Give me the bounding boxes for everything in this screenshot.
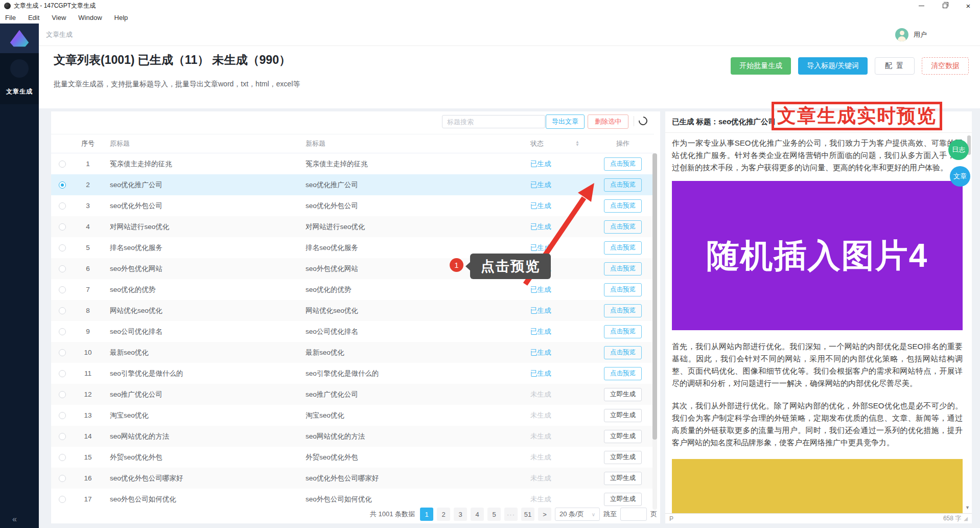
row-radio[interactable] [59,433,66,440]
app-window: 文章生成 - 147CGPT文章生成 × File Edit View Wind… [0,0,980,528]
row-radio[interactable] [59,202,66,210]
table-row[interactable]: 7seo优化的优势seo优化的优势已生成点击预览 [51,279,654,300]
row-radio[interactable] [59,328,66,335]
row-radio[interactable] [59,370,66,377]
page-subtitle: 批量文章生成器，支持批量标题导入，批量导出文章word，txt，html，exc… [54,80,300,89]
menu-help[interactable]: Help [114,14,128,21]
menu-view[interactable]: View [52,14,66,21]
page-button-2[interactable]: 2 [437,508,450,521]
sidebar-collapse-icon[interactable]: « [12,515,17,524]
table-row[interactable]: 6seo外包优化网站seo外包优化网站已生成点击预览 [51,258,654,279]
generate-now-button[interactable]: 立即生成 [604,409,642,422]
page-header: 文章列表(1001) 已生成（11） 未生成（990） 批量文章生成器，支持批量… [39,46,980,108]
row-index: 4 [74,223,102,231]
generate-now-button[interactable]: 立即生成 [604,430,642,443]
table-row[interactable]: 3seo优化外包公司seo优化外包公司已生成点击预览 [51,195,654,216]
jump-page-input[interactable] [620,508,647,521]
article-table-card: 导出文章 删除选中 序号 原标题 新标题 状态 ▲ ▼ 操作 1冤亲债主走掉的征… [51,111,660,523]
preview-button[interactable]: 点击预览 [604,178,642,192]
generate-now-button[interactable]: 立即生成 [604,451,642,464]
row-status: 已生成 [530,180,592,190]
table-row[interactable]: 17seo外包公司如何优化seo外包公司如何优化未生成立即生成 [51,489,654,510]
page-button-1[interactable]: 1 [420,508,433,521]
row-original-title: 排名seo优化服务 [102,243,304,252]
table-scrollbar-thumb[interactable] [652,153,657,440]
menu-bar: File Edit View Window Help [0,11,980,24]
next-page-button[interactable]: > [538,508,551,521]
import-titles-button[interactable]: 导入标题/关键词 [798,57,868,75]
preview-button[interactable]: 点击预览 [604,157,642,171]
avatar [895,28,908,41]
refresh-icon[interactable] [637,115,649,127]
table-row[interactable]: 13淘宝seo优化淘宝seo优化未生成立即生成 [51,405,654,426]
page-button-5[interactable]: 5 [487,508,501,521]
row-radio[interactable] [59,307,66,314]
clear-data-button[interactable]: 清空数据 [922,57,969,75]
row-radio[interactable] [59,496,66,503]
article-float-button[interactable]: 文章 [950,166,970,187]
generate-now-button[interactable]: 立即生成 [604,388,642,401]
sort-icons[interactable]: ▲ ▼ [575,141,579,147]
menu-edit[interactable]: Edit [28,14,39,21]
preview-button[interactable]: 点击预览 [604,241,642,255]
table-row[interactable]: 16seo优化外包公司哪家好seo优化外包公司哪家好未生成立即生成 [51,468,654,489]
page-size-select[interactable]: 20 条/页 ∨ [555,508,600,521]
scroll-down-icon[interactable]: ▼ [965,505,970,510]
restore-button[interactable] [933,0,956,11]
row-select-cell [51,391,74,398]
table-row[interactable]: 9seo公司优化排名seo公司优化排名已生成点击预览 [51,321,654,342]
row-radio[interactable] [59,349,66,356]
minimize-button[interactable] [909,0,933,11]
table-row[interactable]: 5排名seo优化服务排名seo优化服务已生成点击预览 [51,237,654,258]
row-original-title: 网站优化seo优化 [102,306,304,315]
generate-now-button[interactable]: 立即生成 [604,493,642,506]
menu-window[interactable]: Window [78,14,102,21]
table-row[interactable]: 11seo引擎优化是做什么的seo引擎优化是做什么的已生成点击预览 [51,363,654,384]
row-radio[interactable] [59,454,66,461]
preview-button[interactable]: 点击预览 [604,325,642,338]
preview-button[interactable]: 点击预览 [604,220,642,234]
table-scrollbar[interactable] [652,153,657,510]
page-button-51[interactable]: 51 [521,508,534,521]
table-row[interactable]: 10最新seo优化最新seo优化已生成点击预览 [51,342,654,363]
table-row[interactable]: 1冤亲债主走掉的征兆冤亲债主走掉的征兆已生成点击预览 [51,153,654,174]
table-row[interactable]: 2seo优化推广公司seo优化推广公司已生成点击预览 [51,174,654,195]
start-batch-generate-button[interactable]: 开始批量生成 [731,57,791,75]
row-radio[interactable] [59,181,66,189]
preview-button[interactable]: 点击预览 [604,262,642,276]
close-button[interactable]: × [956,0,980,11]
page-button-3[interactable]: 3 [454,508,467,521]
preview-button[interactable]: 点击预览 [604,304,642,317]
sidebar-item-article-generate[interactable]: 文章生成 [0,53,39,104]
row-radio[interactable] [59,265,66,272]
table-row[interactable]: 8网站优化seo优化网站优化seo优化已生成点击预览 [51,300,654,321]
generate-now-button[interactable]: 立即生成 [604,472,642,485]
row-radio[interactable] [59,160,66,168]
config-button[interactable]: 配 置 [875,57,915,75]
page-button-4[interactable]: 4 [471,508,484,521]
row-action-cell: 点击预览 [592,241,654,255]
row-radio[interactable] [59,244,66,251]
row-radio[interactable] [59,475,66,482]
export-articles-button[interactable]: 导出文章 [546,114,585,129]
preview-editor[interactable]: 作为一家专业从事SEO优化推广业务的公司，我们致力于为客户提供高效、可靠的网站优… [665,133,972,513]
row-radio[interactable] [59,391,66,398]
table-row[interactable]: 4对网站进行seo优化对网站进行seo优化已生成点击预览 [51,216,654,237]
row-radio[interactable] [59,223,66,231]
preview-button[interactable]: 点击预览 [604,367,642,380]
row-radio[interactable] [59,286,66,293]
table-row[interactable]: 15外贸seo优化外包外贸seo优化外包未生成立即生成 [51,447,654,468]
resize-handle-icon[interactable]: ◢ [964,516,968,521]
menu-file[interactable]: File [5,14,16,21]
table-row[interactable]: 14seo网站优化的方法seo网站优化的方法未生成立即生成 [51,426,654,447]
search-input[interactable] [442,115,545,128]
row-radio[interactable] [59,412,66,419]
preview-button[interactable]: 点击预览 [604,199,642,213]
delete-selected-button[interactable]: 删除选中 [588,114,628,129]
user-menu[interactable]: 用户 [895,28,927,41]
preview-button[interactable]: 点击预览 [604,283,642,296]
table-row[interactable]: 12seo推广优化公司seo推广优化公司未生成立即生成 [51,384,654,405]
preview-button[interactable]: 点击预览 [604,346,642,359]
row-action-cell: 点击预览 [592,262,654,276]
log-float-button[interactable]: 日志 [948,140,969,160]
